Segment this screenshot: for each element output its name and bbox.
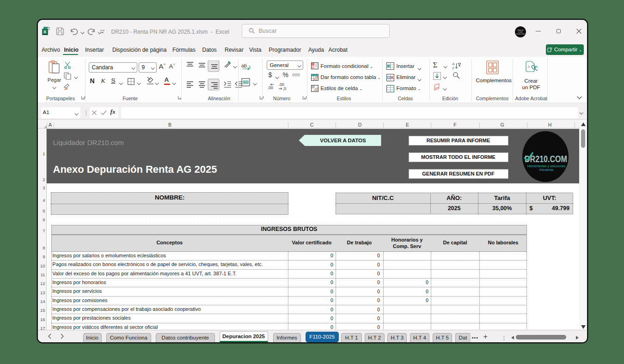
svg-text:,0: ,0: [283, 86, 286, 91]
svg-text:Herramientas y soluciones: Herramientas y soluciones: [527, 164, 565, 168]
svg-text:λ: λ: [527, 64, 530, 69]
svg-text:Z: Z: [452, 66, 454, 69]
svg-text:X: X: [43, 29, 46, 34]
svg-text:.00: .00: [268, 85, 273, 90]
svg-text:ab: ab: [241, 63, 247, 68]
svg-text:tributarias: tributarias: [539, 168, 553, 171]
